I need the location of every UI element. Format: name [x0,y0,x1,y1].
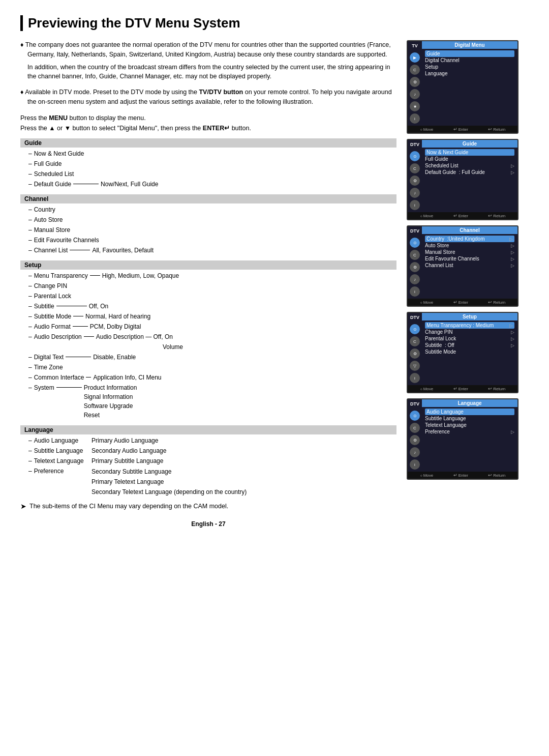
page-footer: English - 27 [20,520,396,528]
menu-channel-list: – Channel List All, Favourites, Default [20,245,396,255]
tv-icon-s3: ⚙ [410,348,420,359]
tv-icon-s4: ▽ [410,361,420,371]
panel-header-5: Language [422,399,517,407]
channel-header: Channel [20,194,396,203]
footer-return-5: ↩ Return [488,473,505,478]
tv-icon-1: ▶ [410,52,420,63]
panel-digital-menu: TV ▶ C ⚙ ♪ ★ i Digital Menu Guide Digita… [407,40,518,134]
language-lines: – Audio Language – Subtitle Language – T… [20,435,396,498]
sub-note-text: The sub-items of the CI Menu may vary de… [29,503,228,510]
panel-footer-3: ⬦ Move ↵ Enter ↩ Return [408,299,517,306]
tv-icon-4: ♪ [410,89,420,99]
tv-icon-l4: ♪ [410,447,420,457]
tv-row-preference: Preference▷ [425,428,514,435]
menu-country: – Country [20,205,396,215]
menu-audio-language: – Audio Language [20,435,86,446]
footer-return-4: ↩ Return [488,386,505,391]
panel-footer-5: ⬦ Move ↵ Enter ↩ Return [408,472,517,479]
setup-header: Setup [20,260,396,270]
tv-icon-s2: C [410,336,420,346]
tv-icon-l5: i [410,459,420,470]
tv-icon-c5: i [410,286,420,297]
panel-sidebar-3: DTV ⊙ C ⚙ ♪ i [408,226,422,299]
panel-header-3: Channel [422,226,517,234]
tv-icon-g1: ⊙ [410,151,420,161]
menu-full-guide: – Full Guide [20,159,396,169]
menu-parental-lock: – Parental Lock [20,291,396,301]
press-instructions: Press the MENU button to display the men… [20,113,396,133]
menu-digital-text: – Digital Text Disable, Enable [20,352,396,362]
sub-note: ➤ The sub-items of the CI Menu may vary … [20,503,396,510]
tv-row-parental-lock: Parental Lock▷ [425,335,514,342]
footer-text: English - 27 [191,520,225,528]
tv-icon-c4: ♪ [410,274,420,284]
footer-move-3: ⬦ Move [420,300,434,305]
tv-icon-s5: i [410,373,420,383]
tv-row-digital-channel: Digital Channel [425,57,514,64]
primary-audio-language: Primary Audio Language [92,435,396,446]
footer-enter-1: ↵ Enter [453,127,468,132]
tv-icon-6: i [410,113,420,124]
panel-sidebar-2: DTV ⊙ C ⚙ ♪ i [408,140,422,212]
tv-icon-c1: ⊙ [410,238,420,248]
tv-row-language: Language [425,70,514,77]
panel-header-4: Setup [422,313,517,321]
menu-auto-store: – Auto Store [20,215,396,225]
tv-row-setup: Setup [425,64,514,70]
panel-header-1: Digital Menu [422,41,517,49]
menu-time-zone: – Time Zone [20,362,396,372]
panel-setup: DTV ⊙ C ⚙ ▽ i Setup Menu Transparency : … [407,312,518,393]
tv-icon-l3: ⚙ [410,435,420,445]
tv-row-audio-lang: Audio Language [425,409,514,415]
tv-row-subtitle: Subtitle : Off▷ [425,342,514,348]
tv-row-subtitle-mode: Subtitle Mode [425,348,514,355]
bullet-1-continuation: In addition, when the country of the bro… [20,63,396,82]
panel-channel: DTV ⊙ C ⚙ ♪ i Channel Country :United Ki… [407,225,518,307]
tv-icon-c2: C [410,250,420,260]
panel-guide: DTV ⊙ C ⚙ ♪ i Guide Now & Next Guide Ful… [407,139,518,220]
menu-subtitle: – Subtitle Off, On [20,301,396,311]
guide-header: Guide [20,138,396,148]
footer-enter-5: ↵ Enter [453,473,468,478]
panel-content-4: Setup Menu Transparency : Medium▷ Change… [422,313,517,385]
bullet-1: ♦ The company does not guarantee the nor… [20,40,396,60]
tv-row-full-guide: Full Guide [425,156,514,162]
tv-row-teletext-lang: Teletext Language [425,422,514,428]
panel-menu-3: Country :United Kingdom ▷ Auto Store▷ Ma… [422,234,517,270]
footer-enter-4: ↵ Enter [453,386,468,391]
guide-section: Guide – Now & Next Guide – Full Guide – … [20,138,396,189]
menu-common-interface: – Common Interface Application Info, CI … [20,372,396,383]
menu-system: – System Product Information Signal Info… [20,383,396,420]
tv-icon-g3: ⚙ [410,176,420,186]
menu-menu-transparency: – Menu Transparency High, Medium, Low, O… [20,271,396,281]
panel-footer-2: ⬦ Move ↵ Enter ↩ Return [408,212,517,219]
footer-move-1: ⬦ Move [420,127,434,132]
tv-row-now-next: Now & Next Guide [425,149,514,156]
footer-move-2: ⬦ Move [420,213,434,218]
primary-teletext-language: Primary Teletext Language [92,477,396,487]
menu-default-guide: – Default Guide Now/Next, Full Guide [20,179,396,189]
panel-menu-5: Audio Language Subtitle Language Teletex… [422,407,517,437]
menu-edit-favourite: – Edit Favourite Channels [20,235,396,245]
tv-row-manual-store: Manual Store▷ [425,249,514,255]
panel-footer-1: ⬦ Move ↵ Enter ↩ Return [408,126,517,133]
tv-icon-3: ⚙ [410,77,420,87]
menu-subtitle-language: – Subtitle Language [20,446,86,456]
language-section: Language – Audio Language – Subtitle Lan… [20,425,396,498]
language-header: Language [20,425,396,434]
menu-manual-store: – Manual Store [20,225,396,235]
menu-now-next-guide: – Now & Next Guide [20,149,396,159]
language-right: Primary Audio Language Secondary Audio L… [92,435,396,498]
tv-icon-c3: ⚙ [410,262,420,272]
panel-header-2: Guide [422,140,517,148]
menu-change-pin: – Change PIN [20,281,396,291]
footer-move-4: ⬦ Move [420,386,434,391]
menu-teletext-language: – Teletext Language [20,456,86,466]
tv-row-country: Country :United Kingdom ▷ [425,236,514,242]
footer-return-1: ↩ Return [488,127,505,132]
channel-section: Channel – Country – Auto Store – Manual … [20,194,396,255]
language-left: – Audio Language – Subtitle Language – T… [20,435,86,498]
menu-audio-description: – Audio Description Audio Description — … [20,332,396,342]
tv-row-channel-list: Channel List▷ [425,262,514,269]
tv-icon-g2: C [410,163,420,173]
